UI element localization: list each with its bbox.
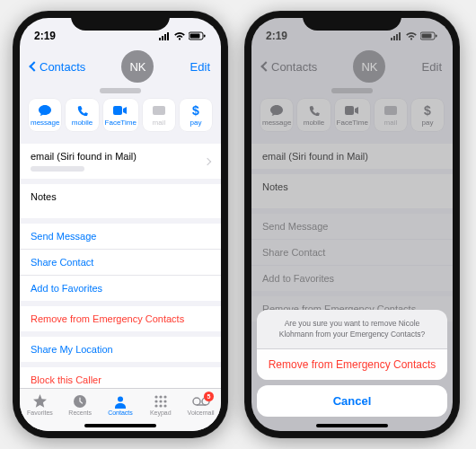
svg-point-8 bbox=[159, 395, 162, 398]
back-label: Contacts bbox=[40, 60, 85, 74]
tab-keypad-label: Keypad bbox=[150, 409, 172, 416]
tab-contacts-label: Contacts bbox=[108, 409, 133, 416]
svg-point-10 bbox=[154, 400, 157, 402]
quick-message[interactable]: message bbox=[29, 99, 61, 131]
clock-icon bbox=[60, 393, 101, 409]
quick-actions: message mobile FaceTime mail $ pay bbox=[20, 99, 221, 138]
quick-mail-label: mail bbox=[145, 119, 173, 127]
quick-facetime[interactable]: FaceTime bbox=[103, 99, 138, 131]
svg-point-15 bbox=[163, 404, 166, 407]
nav-bar: Contacts NK Edit bbox=[20, 47, 221, 84]
email-label: email (Siri found in Mail) bbox=[31, 151, 137, 162]
contact-content: email (Siri found in Mail) Notes Send Me… bbox=[20, 138, 221, 388]
svg-point-6 bbox=[118, 396, 123, 401]
back-button[interactable]: Contacts bbox=[31, 60, 85, 74]
svg-rect-3 bbox=[113, 106, 122, 115]
share-contact-button[interactable]: Share Contact bbox=[20, 249, 221, 275]
tab-recents[interactable]: Recents bbox=[60, 393, 101, 416]
quick-pay-label: pay bbox=[181, 119, 210, 127]
notes-label: Notes bbox=[31, 191, 57, 202]
quick-pay[interactable]: $ pay bbox=[180, 99, 212, 131]
tab-contacts[interactable]: Contacts bbox=[101, 393, 141, 416]
svg-rect-1 bbox=[190, 34, 200, 39]
quick-mobile[interactable]: mobile bbox=[66, 99, 98, 131]
svg-point-7 bbox=[154, 395, 157, 398]
svg-point-14 bbox=[159, 404, 162, 407]
add-favorites-button[interactable]: Add to Favorites bbox=[20, 275, 221, 301]
svg-point-9 bbox=[163, 395, 166, 398]
svg-point-11 bbox=[159, 400, 162, 402]
tab-voicemail-label: Voicemail bbox=[188, 409, 215, 416]
contact-icon bbox=[101, 393, 141, 409]
signal-icon bbox=[158, 31, 171, 40]
action-sheet-message: Are you sure you want to remove Nicole K… bbox=[257, 310, 447, 349]
facetime-icon bbox=[105, 104, 137, 117]
contact-name-redacted bbox=[100, 88, 141, 93]
mail-icon bbox=[145, 104, 173, 117]
phone-icon bbox=[67, 104, 96, 117]
voicemail-icon bbox=[181, 393, 221, 409]
share-location-button[interactable]: Share My Location bbox=[20, 337, 221, 362]
chevron-left-icon bbox=[29, 61, 39, 71]
svg-point-16 bbox=[193, 398, 200, 405]
tab-keypad[interactable]: Keypad bbox=[140, 393, 181, 416]
tab-favorites[interactable]: Favorites bbox=[20, 393, 60, 416]
wifi-icon bbox=[173, 31, 186, 40]
home-indicator[interactable] bbox=[84, 424, 156, 427]
phone-frame-action-sheet: 2:19 Contacts NK Edit message mobile Fac… bbox=[244, 11, 460, 438]
edit-button[interactable]: Edit bbox=[190, 60, 210, 74]
quick-facetime-label: FaceTime bbox=[105, 119, 137, 127]
phone-frame-contact-detail: 2:19 Contacts NK Edit message mobi bbox=[13, 11, 228, 438]
star-icon bbox=[20, 393, 60, 409]
notes-cell[interactable]: Notes bbox=[20, 184, 221, 218]
quick-message-label: message bbox=[31, 119, 59, 127]
quick-mobile-label: mobile bbox=[67, 119, 96, 127]
remove-emergency-button[interactable]: Remove from Emergency Contacts bbox=[20, 306, 221, 331]
action-sheet-confirm-button[interactable]: Remove from Emergency Contacts bbox=[257, 349, 447, 380]
tab-voicemail[interactable]: 5 Voicemail bbox=[181, 393, 221, 416]
chevron-right-icon bbox=[204, 157, 211, 164]
tab-favorites-label: Favorites bbox=[27, 409, 53, 416]
avatar[interactable]: NK bbox=[121, 50, 154, 83]
voicemail-badge: 5 bbox=[204, 392, 214, 401]
status-time: 2:19 bbox=[34, 30, 56, 42]
svg-rect-4 bbox=[153, 106, 165, 115]
action-sheet: Are you sure you want to remove Nicole K… bbox=[257, 310, 447, 380]
action-sheet-cancel-button[interactable]: Cancel bbox=[257, 385, 447, 417]
battery-icon bbox=[189, 31, 207, 40]
send-message-button[interactable]: Send Message bbox=[20, 224, 221, 249]
device-notch bbox=[303, 11, 401, 31]
email-value-redacted bbox=[31, 166, 84, 172]
message-icon bbox=[31, 104, 59, 117]
svg-rect-2 bbox=[204, 35, 206, 38]
device-notch bbox=[71, 11, 170, 31]
action-sheet-backdrop[interactable]: Are you sure you want to remove Nicole K… bbox=[251, 18, 453, 431]
svg-point-13 bbox=[154, 404, 157, 407]
status-indicators bbox=[158, 31, 207, 40]
pay-icon: $ bbox=[181, 104, 210, 117]
email-row[interactable]: email (Siri found in Mail) bbox=[20, 144, 221, 179]
svg-point-12 bbox=[163, 400, 166, 402]
keypad-icon bbox=[140, 393, 181, 409]
quick-mail: mail bbox=[143, 99, 175, 131]
block-caller-button[interactable]: Block this Caller bbox=[20, 367, 221, 388]
tab-recents-label: Recents bbox=[68, 409, 92, 416]
